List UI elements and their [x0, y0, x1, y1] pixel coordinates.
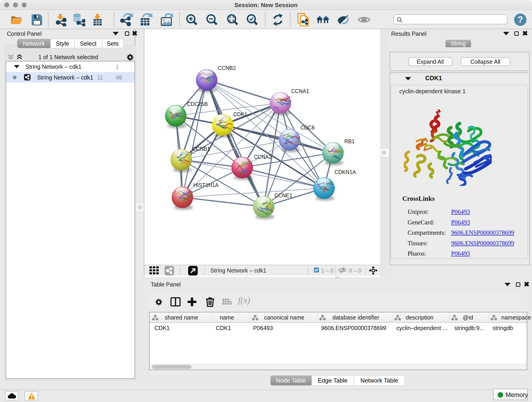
svg-text:CCNA1: CCNA1 — [291, 88, 309, 94]
svg-text:CCNB2: CCNB2 — [218, 65, 236, 71]
svg-text:CDC6: CDC6 — [300, 125, 315, 131]
svg-text:CDKN1A: CDKN1A — [335, 169, 356, 175]
svg-text:HIST1H1A: HIST1H1A — [193, 182, 219, 188]
svg-text:CDC25B: CDC25B — [187, 101, 208, 107]
svg-text:CDK1: CDK1 — [233, 111, 247, 117]
svg-text:RB1: RB1 — [344, 138, 355, 144]
svg-text:CCNA2: CCNA2 — [254, 154, 272, 160]
svg-text:CCNB1: CCNB1 — [192, 146, 210, 152]
svg-text:CCNE1: CCNE1 — [274, 192, 292, 198]
